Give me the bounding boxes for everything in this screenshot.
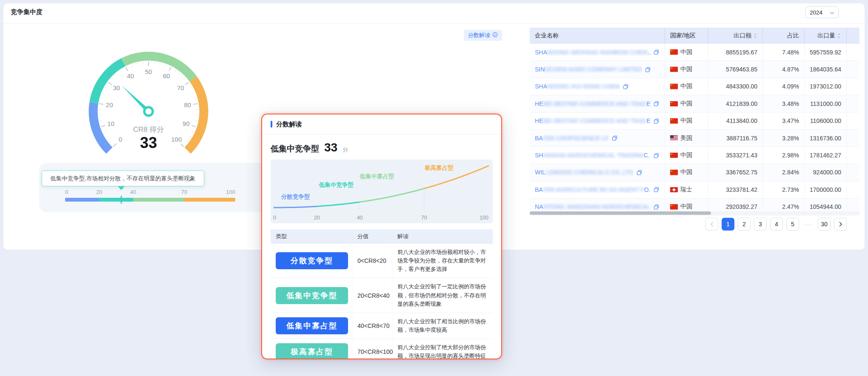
company-name-cell: BAYER CROPSCIENCE LP bbox=[530, 130, 665, 146]
export-volume-cell: 1131000.00 bbox=[805, 95, 847, 112]
cn-flag-icon bbox=[670, 101, 678, 107]
company-name-redacted: YER AGRICULTURE BV AS AGENT F bbox=[542, 186, 644, 193]
copy-icon[interactable] bbox=[653, 118, 660, 124]
company-name-suffix: O... bbox=[644, 186, 651, 193]
copy-icon[interactable] bbox=[653, 49, 660, 55]
gauge-tick bbox=[181, 144, 184, 147]
horizontal-scrollbar-thumb[interactable] bbox=[530, 211, 711, 215]
country-cell: 中国 bbox=[665, 113, 708, 129]
copy-icon[interactable] bbox=[636, 169, 642, 176]
page-button-5[interactable]: 5 bbox=[786, 218, 799, 231]
company-name-text: HEBEI BESTAR COMMERCE AND TRADE... bbox=[535, 100, 651, 107]
export-amount-cell: 3887116.75 bbox=[708, 130, 763, 146]
column-header-share: 占比 bbox=[763, 28, 805, 44]
horizontal-scrollbar bbox=[530, 211, 859, 215]
gauge-tick bbox=[100, 121, 102, 121]
table-row: WILLOWOOD CHEMICALS CO.,LTD中国3367652.752… bbox=[530, 164, 859, 181]
company-name-link[interactable]: SINOCHEM AGRO COMPANY LIMITED bbox=[535, 66, 651, 73]
table-row: SHANGHAI AGROCHEMICAL TRADINGC...中国35332… bbox=[530, 147, 859, 164]
copy-icon[interactable] bbox=[622, 83, 629, 90]
copy-icon[interactable] bbox=[653, 186, 660, 193]
company-name-link[interactable]: BAYER AGRICULTURE BV AS AGENT FO... bbox=[535, 186, 660, 193]
company-name-cell: HEBEI BESTAR COMMERCE AND TRADE... bbox=[530, 113, 665, 129]
company-name-link[interactable]: NANTONG JIANGSHAN AGROCHEMICAL... bbox=[535, 203, 660, 210]
copy-icon[interactable] bbox=[645, 66, 651, 73]
export-volume-cell: 1106000.00 bbox=[805, 113, 847, 129]
company-name-prefix: HE bbox=[535, 117, 543, 124]
score-scale: 0204070100 bbox=[65, 189, 235, 208]
table-row: SHANDONG WEIFANG RAINBOW CHEM...中国885519… bbox=[530, 44, 859, 61]
company-name-link[interactable]: SHANDONG HUI RONG CHEM bbox=[535, 83, 629, 90]
gauge-tick bbox=[109, 141, 111, 142]
page-button-30[interactable]: 30 bbox=[818, 218, 831, 231]
gauge-tick-label: 100 bbox=[171, 136, 182, 143]
export-amount-cell: 4113840.00 bbox=[708, 113, 763, 129]
company-name-cell: SINOCHEM AGRO COMPANY LIMITED bbox=[530, 61, 665, 77]
company-name-text: SHANDONG HUI RONG CHEM bbox=[535, 83, 620, 90]
result-score: 33 bbox=[324, 141, 337, 154]
column-header-amt[interactable]: 出口额 bbox=[708, 28, 763, 44]
copy-icon[interactable] bbox=[653, 152, 660, 159]
year-select[interactable]: 2024 bbox=[805, 6, 839, 18]
desc-text: 前八大企业的市场份额相对较小，市场竞争较为分散，存在大量的竞争对手，客户有更多选… bbox=[397, 248, 493, 273]
range-cell: 40<CR8<70 bbox=[352, 313, 392, 339]
share-cell: 7.48% bbox=[763, 44, 805, 60]
score-curve-chart: 分散竞争型低集中竞争型低集中寡占型极高寡占型0204070100 bbox=[271, 160, 493, 223]
score-result: 低集中竞争型 33 分 bbox=[271, 141, 493, 154]
column-header-spacer bbox=[847, 28, 859, 44]
company-name-link[interactable]: SHANGHAI AGROCHEMICAL TRADINGC... bbox=[535, 152, 660, 159]
page-button-4[interactable]: 4 bbox=[770, 218, 783, 231]
country-cell: 美国 bbox=[665, 130, 708, 146]
spacer-cell bbox=[847, 147, 859, 163]
export-amount-cell: 3533271.43 bbox=[708, 147, 763, 163]
company-name-prefix: WIL bbox=[535, 169, 545, 176]
sort-icon[interactable] bbox=[753, 32, 757, 39]
gauge-tick bbox=[189, 137, 191, 138]
company-name-suffix: ... bbox=[648, 49, 651, 56]
table-row: HEBEI BESTAR COMMERCE AND TRADE...中国4121… bbox=[530, 95, 859, 112]
share-cell: 4.87% bbox=[763, 61, 805, 77]
country-cell: 中国 bbox=[665, 78, 708, 95]
page-button-3[interactable]: 3 bbox=[754, 218, 767, 231]
gauge-tick bbox=[154, 62, 154, 64]
company-name-link[interactable]: WILLOWOOD CHEMICALS CO.,LTD bbox=[535, 169, 642, 176]
column-header-qty[interactable]: 出口量 bbox=[805, 28, 847, 44]
gauge-tick bbox=[103, 131, 106, 132]
gauge-segment bbox=[188, 79, 204, 151]
gauge-tick bbox=[186, 82, 189, 85]
company-name-link[interactable]: HEBEI BESTAR COMMERCE AND TRADE... bbox=[535, 100, 660, 107]
company-name-text: WILLOWOOD CHEMICALS CO.,LTD bbox=[535, 169, 634, 176]
company-table: 企业名称国家/地区出口额占比出口量 SHANDONG WEIFANG RAINB… bbox=[530, 28, 859, 216]
gauge-tick bbox=[112, 78, 114, 79]
gauge-tick-label: 0 bbox=[119, 136, 122, 143]
share-cell: 3.47% bbox=[763, 113, 805, 129]
gauge-tick bbox=[194, 98, 197, 98]
prev-page-button[interactable] bbox=[705, 218, 718, 231]
column-header-label: 占比 bbox=[787, 32, 799, 40]
interpretation-column-header: 解读 bbox=[392, 233, 493, 240]
card-header-divider bbox=[3, 3, 865, 24]
sort-icon[interactable] bbox=[837, 32, 841, 39]
range-cell: 20<CR8<40 bbox=[352, 278, 392, 312]
share-cell: 2.84% bbox=[763, 164, 805, 181]
column-header-label: 出口额 bbox=[734, 32, 751, 40]
company-name-link[interactable]: HEBEI BESTAR COMMERCE AND TRADE... bbox=[535, 117, 660, 124]
page-button-1[interactable]: 1 bbox=[722, 218, 734, 231]
next-page-button[interactable] bbox=[834, 218, 847, 231]
copy-icon[interactable] bbox=[653, 100, 660, 107]
gauge-hub bbox=[144, 107, 153, 116]
share-cell: 4.09% bbox=[763, 78, 805, 95]
type-cell: 分散竞争型 bbox=[271, 244, 352, 278]
share-cell: 3.48% bbox=[763, 95, 805, 112]
gauge-tick bbox=[121, 70, 122, 72]
range-cell: 0<CR8<20 bbox=[352, 244, 392, 278]
copy-icon[interactable] bbox=[611, 135, 618, 141]
company-name-link[interactable]: BAYER CROPSCIENCE LP bbox=[535, 135, 618, 142]
company-name-link[interactable]: SHANDONG WEIFANG RAINBOW CHEM... bbox=[535, 49, 660, 56]
type-tag: 分散竞争型 bbox=[276, 252, 348, 269]
export-amount-cell: 4843300.00 bbox=[708, 78, 763, 95]
copy-icon[interactable] bbox=[653, 204, 660, 210]
page-button-2[interactable]: 2 bbox=[738, 218, 751, 231]
score-interpretation-button[interactable]: 分数解读 bbox=[464, 30, 502, 41]
pagination: 12345···30 bbox=[705, 218, 847, 231]
